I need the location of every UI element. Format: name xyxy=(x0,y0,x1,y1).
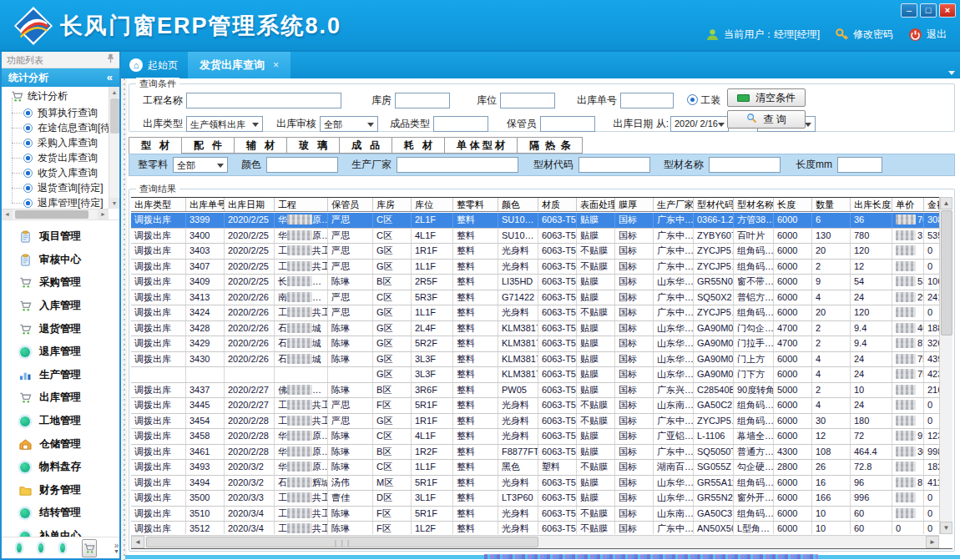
audit-select[interactable]: 全部 xyxy=(320,116,378,132)
tab-home[interactable]: ⌂ 起始页 xyxy=(121,52,188,78)
column-header[interactable]: 膜厚 xyxy=(615,198,654,211)
search-button[interactable]: 查 询 xyxy=(727,110,806,129)
table-row[interactable]: 调拨出库34452020/2/27工共工程严思F区5R1F整料光身料6063-T… xyxy=(131,398,939,414)
sidebar-item-生产管理[interactable]: 生产管理 xyxy=(2,364,119,387)
table-row[interactable]: 调拨出库34372020/2/27佛…陈琳B区3R6F整料PW056063-T5… xyxy=(131,383,939,399)
table-row[interactable]: 调拨出库35102020/3/4工共工程陈琳F区5R1F整料光身料6063-T5… xyxy=(131,507,939,522)
tree-hscroll-thumb[interactable] xyxy=(15,210,88,219)
table-row[interactable]: 调拨出库34242020/2/26工共工程严思G区1L1F整料光身料6063-T… xyxy=(131,305,939,321)
panel-splitter[interactable] xyxy=(121,78,127,560)
keeper-input[interactable] xyxy=(540,116,595,132)
sidebar-item-入库管理[interactable]: 入库管理 xyxy=(2,295,119,318)
table-row[interactable]: 调拨出库34032020/2/25工共工程严思G区1R1F整料光身料6063-T… xyxy=(131,244,939,260)
logout-button[interactable]: 退出 xyxy=(908,28,947,42)
grid-vertical-scrollbar[interactable]: ▲ ▼ xyxy=(939,197,952,534)
product-type-input[interactable] xyxy=(433,116,488,132)
table-row[interactable]: 调拨出库34302020/2/26石城陈琳G区3L3F整料KLM38176063… xyxy=(131,352,939,368)
tab-shipment-query[interactable]: 发货出库查询 × xyxy=(188,52,291,78)
table-row[interactable]: 调拨出库34932020/3/2华原…陈琳C区1L1F整料黑色塑料不贴膜国标湖南… xyxy=(131,460,939,476)
tree-horizontal-scrollbar[interactable]: ◄ ► xyxy=(2,209,109,219)
table-row[interactable]: 调拨出库33992020/2/25华原…严思C区2L1F整料SU10…6063-… xyxy=(131,213,939,229)
sidebar-item-工地管理[interactable]: 工地管理 xyxy=(2,410,119,433)
material-tab-3[interactable]: 辅 材 xyxy=(235,137,287,154)
tree-vertical-scrollbar[interactable]: ▲ ▼ xyxy=(109,87,119,209)
column-header[interactable]: 出库长度 xyxy=(851,198,892,211)
column-header[interactable]: 长度 xyxy=(774,198,812,211)
table-row[interactable]: 调拨出库34132020/2/26南…严思C区5R3F整料G714226063-… xyxy=(131,290,939,306)
column-header[interactable]: 型材名称 xyxy=(734,198,774,211)
sidebar-item-审核中心[interactable]: 审核中心 xyxy=(2,249,119,272)
column-header[interactable]: 型材代码 xyxy=(694,198,734,211)
column-header[interactable]: 单价 xyxy=(892,198,924,211)
material-tab-2[interactable]: 配 件 xyxy=(182,137,235,154)
close-button[interactable]: × xyxy=(939,3,956,18)
maker-input[interactable] xyxy=(397,157,518,173)
tree-item[interactable]: 收货入库查询 xyxy=(2,165,109,180)
order-no-input[interactable] xyxy=(620,93,674,108)
column-header[interactable]: 出库类型 xyxy=(131,198,186,211)
table-row[interactable]: 调拨出库34072020/2/25工共工程严思G区1L1F整料光身料6063-T… xyxy=(131,260,939,275)
radio-gongzhuang-icon[interactable] xyxy=(687,94,698,105)
scroll-up-icon[interactable]: ▲ xyxy=(109,87,119,98)
table-row[interactable]: G区3L3F整料KLM38176063-T5贴膜国标山东华…GA90M09…门下… xyxy=(131,367,939,383)
sidebar-overflow-button[interactable]: »▼ xyxy=(114,542,119,554)
table-row[interactable]: 调拨出库35122020/3/4工共工程陈琳F区1L2F整料光身料6063-T5… xyxy=(131,522,939,534)
change-password-button[interactable]: 修改密码 xyxy=(835,28,893,42)
scroll-down-icon[interactable]: ▼ xyxy=(109,198,119,209)
table-row[interactable]: 调拨出库35002020/3/3工共工程曹佳D区3L1F整料LT3P606063… xyxy=(131,491,939,507)
table-row[interactable]: 调拨出库34092020/2/25长…陈琳B区2R5F整料LI35HD6063-… xyxy=(131,275,939,290)
minimize-button[interactable]: – xyxy=(901,3,917,18)
grid-scroll-right-icon[interactable]: ► xyxy=(926,536,939,548)
tree-root-statistics[interactable]: 统计分析 xyxy=(2,87,109,105)
sidebar-item-项目管理[interactable]: 项目管理 xyxy=(2,225,119,249)
quick-button-3[interactable] xyxy=(60,543,65,552)
whole-part-select[interactable]: 全部 xyxy=(173,157,228,173)
quick-button-1[interactable] xyxy=(17,543,22,552)
column-header[interactable]: 表面处理 xyxy=(577,198,615,211)
tree-item[interactable]: 退货查询[待定] xyxy=(2,180,109,195)
tree-item[interactable]: 退库管理[待定] xyxy=(2,195,109,209)
table-row[interactable]: 调拨出库34612020/2/28华原…陈琳B区1R2F整料F8877FT606… xyxy=(131,445,939,461)
grid-scroll-up-icon[interactable]: ▲ xyxy=(940,197,952,209)
grid-scroll-down-icon[interactable]: ▼ xyxy=(940,522,952,534)
sidebar-item-采购管理[interactable]: 采购管理 xyxy=(2,271,119,295)
table-row[interactable]: 调拨出库34002020/2/25华原…严思C区4L1F整料SU10…6063-… xyxy=(131,229,939,245)
table-row[interactable]: 调拨出库34292020/2/26石城陈琳G区5R2F整料KLM38176063… xyxy=(131,336,939,352)
material-tab-7[interactable]: 单 体 型 材 xyxy=(445,137,518,154)
sidebar-item-财务管理[interactable]: 财务管理 xyxy=(2,479,119,502)
scroll-left-icon[interactable]: ◄ xyxy=(2,209,13,219)
scroll-right-icon[interactable]: ► xyxy=(98,209,109,219)
warehouse-input[interactable] xyxy=(395,93,450,108)
column-header[interactable]: 库位 xyxy=(412,198,453,211)
column-header[interactable]: 出库单号 xyxy=(186,198,225,211)
collapse-icon[interactable]: « xyxy=(107,68,113,87)
tree-item[interactable]: 发货出库查询 xyxy=(2,150,109,165)
date-from-picker[interactable]: 2020/ 2/16 xyxy=(670,116,729,132)
clear-conditions-button[interactable]: 清空条件 xyxy=(727,88,806,107)
grid-hscroll-thumb[interactable] xyxy=(146,537,538,547)
column-header[interactable]: 库房 xyxy=(373,198,412,211)
sidebar-item-出库管理[interactable]: 出库管理 xyxy=(2,386,119,410)
name-input[interactable] xyxy=(709,157,781,173)
table-row[interactable]: 调拨出库34942020/3/2石辉城汤伟M区5R1F整料光身料6063-T5贴… xyxy=(131,476,939,492)
column-header[interactable]: 材质 xyxy=(538,198,577,211)
color-input[interactable] xyxy=(266,157,338,173)
sidebar-item-补单中心[interactable]: 补单中心 xyxy=(2,525,119,537)
tab-close-icon[interactable]: × xyxy=(273,59,279,71)
column-header[interactable]: 整零料 xyxy=(453,198,498,211)
maximize-button[interactable]: □ xyxy=(920,3,937,18)
material-tab-5[interactable]: 成 品 xyxy=(340,137,392,154)
sidebar-item-退库管理[interactable]: 退库管理 xyxy=(2,341,119,364)
sidebar-item-结转管理[interactable]: 结转管理 xyxy=(2,502,119,525)
tree-item[interactable]: 在途信息查询[待 xyxy=(2,120,109,135)
column-header[interactable]: 保管员 xyxy=(328,198,373,211)
quick-button-2[interactable] xyxy=(38,543,43,552)
radio-gongzhuang[interactable]: 工装 xyxy=(687,93,720,108)
tree-item[interactable]: 采购入库查询 xyxy=(2,135,109,150)
grid-horizontal-scrollbar[interactable]: ◄ ► xyxy=(131,535,939,548)
column-header[interactable]: 数量 xyxy=(812,198,851,211)
column-header[interactable]: 金额 xyxy=(924,198,939,211)
tree-item[interactable]: 预算执行查询 xyxy=(2,105,109,120)
code-input[interactable] xyxy=(579,157,650,173)
table-row[interactable]: 调拨出库34582020/2/28华原…陈琳C区4L1F整料光身料6063-T5… xyxy=(131,429,939,445)
